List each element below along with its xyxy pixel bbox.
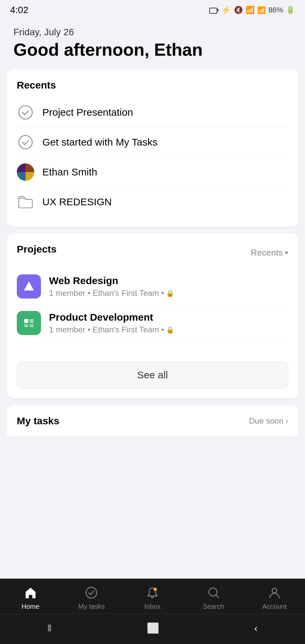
svg-point-10 [154, 588, 157, 591]
recent-label-ux-redesign: UX REDESIGN [42, 196, 112, 208]
recents-title: Recents [17, 79, 288, 91]
home-icon [23, 585, 38, 600]
bell-icon [145, 585, 160, 600]
system-nav-back[interactable]: ‹ [244, 619, 268, 637]
bluetooth-icon: ⚡ [221, 5, 231, 15]
my-tasks-card: My tasks Due soon › [7, 405, 298, 437]
projects-filter-label: Recents [251, 248, 283, 258]
task-check-icon [17, 104, 34, 121]
svg-rect-8 [30, 324, 34, 327]
web-redesign-icon [17, 274, 41, 299]
bottom-spacer [0, 437, 305, 504]
task-check-icon-2 [17, 133, 34, 151]
nav-item-search-label: Search [203, 603, 224, 610]
check-circle-icon [84, 585, 99, 600]
wifi-icon: 📶 [246, 6, 255, 14]
projects-filter-dropdown[interactable]: Recents ▾ [251, 248, 288, 258]
nav-bar: Home My tasks Inbox [0, 579, 305, 614]
product-development-name: Product Development [49, 312, 288, 323]
greeting-date: Friday, July 26 [13, 27, 292, 38]
greeting-section: Friday, July 26 Good afternoon, Ethan [0, 20, 305, 69]
svg-point-12 [272, 588, 277, 593]
due-soon-label[interactable]: Due soon › [249, 416, 288, 426]
system-nav-home[interactable]: ⬜ [137, 619, 169, 637]
my-tasks-title: My tasks [17, 415, 59, 427]
recents-card: Recents Project Presentation Get started… [7, 69, 298, 227]
battery-text: 86% [268, 6, 283, 14]
nav-item-home-label: Home [21, 603, 39, 610]
svg-marker-4 [24, 281, 34, 290]
my-tasks-header: My tasks Due soon › [17, 415, 288, 427]
svg-rect-5 [24, 319, 28, 323]
status-bar: 4:02 ⚡ 🔇 📶 📶 86% 🔋 [0, 0, 305, 20]
status-icons: ⚡ 🔇 📶 📶 86% 🔋 [209, 5, 295, 15]
project-item-web-redesign[interactable]: Web Redesign 1 member • Ethan's First Te… [17, 268, 288, 305]
nav-item-inbox[interactable]: Inbox [122, 585, 183, 610]
mute-icon: 🔇 [234, 6, 243, 14]
folder-icon [17, 193, 34, 211]
bottom-nav: Home My tasks Inbox [0, 579, 305, 644]
nav-item-account[interactable]: Account [244, 585, 305, 610]
recent-label-get-started: Get started with My Tasks [42, 137, 158, 148]
projects-card: Projects Recents ▾ Web Redesign 1 member… [7, 233, 298, 398]
product-development-info: Product Development 1 member • Ethan's F… [49, 312, 288, 334]
web-redesign-info: Web Redesign 1 member • Ethan's First Te… [49, 275, 288, 298]
svg-rect-6 [30, 319, 34, 323]
web-redesign-name: Web Redesign [49, 275, 288, 286]
lock-icon: 🔒 [166, 289, 174, 297]
svg-point-2 [19, 106, 32, 119]
chevron-right-icon: › [286, 416, 288, 426]
signal-icon: 📶 [257, 6, 266, 14]
recent-item-project-presentation[interactable]: Project Presentation [17, 98, 288, 127]
greeting-text: Good afternoon, Ethan [13, 40, 292, 59]
product-development-meta: 1 member • Ethan's First Team • 🔒 [49, 325, 288, 334]
svg-point-3 [19, 136, 32, 149]
product-development-icon [17, 311, 41, 335]
nav-item-search[interactable]: Search [183, 585, 244, 610]
product-development-meta-text: 1 member • Ethan's First Team • [49, 325, 164, 334]
nav-item-inbox-label: Inbox [144, 603, 161, 610]
search-icon [206, 585, 221, 600]
nav-item-my-tasks-label: My tasks [78, 603, 105, 610]
recent-item-get-started[interactable]: Get started with My Tasks [17, 127, 288, 157]
svg-point-9 [86, 587, 97, 598]
web-redesign-meta-text: 1 member • Ethan's First Team • [49, 288, 164, 298]
chevron-down-icon: ▾ [285, 249, 288, 257]
battery-icon: 🔋 [286, 6, 295, 14]
svg-rect-7 [24, 324, 28, 327]
svg-rect-0 [210, 8, 217, 13]
ethan-smith-avatar [17, 163, 34, 181]
recent-item-ux-redesign[interactable]: UX REDESIGN [17, 187, 288, 217]
recent-label-project-presentation: Project Presentation [42, 107, 133, 118]
see-all-button[interactable]: See all [17, 362, 288, 388]
recent-item-ethan-smith[interactable]: Ethan Smith [17, 157, 288, 187]
nav-item-account-label: Account [262, 603, 287, 610]
projects-spacer [17, 341, 288, 355]
camera-icon [209, 6, 218, 14]
recent-label-ethan-smith: Ethan Smith [42, 166, 97, 178]
lock-icon-2: 🔒 [166, 326, 174, 334]
system-nav-recent-apps[interactable]: ⦀ [37, 619, 62, 637]
project-item-product-development[interactable]: Product Development 1 member • Ethan's F… [17, 305, 288, 341]
projects-title: Projects [17, 244, 56, 255]
web-redesign-meta: 1 member • Ethan's First Team • 🔒 [49, 288, 288, 298]
nav-item-home[interactable]: Home [0, 585, 61, 610]
projects-header: Projects Recents ▾ [17, 244, 288, 262]
person-icon [267, 585, 282, 600]
system-nav: ⦀ ⬜ ‹ [0, 614, 305, 644]
nav-item-my-tasks[interactable]: My tasks [61, 585, 122, 610]
status-time: 4:02 [10, 5, 29, 15]
